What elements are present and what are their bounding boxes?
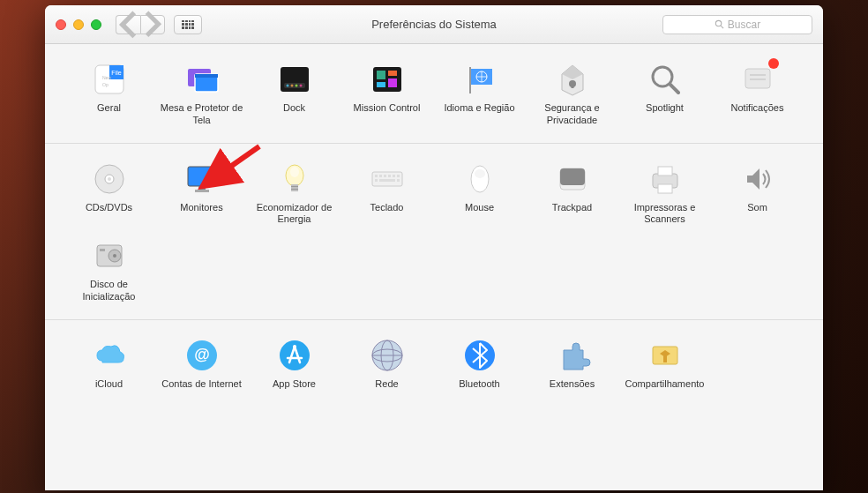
pref-mission-control[interactable]: Mission Control [340, 56, 433, 134]
svg-text:File: File [111, 70, 121, 76]
pref-sound[interactable]: Som [711, 156, 804, 234]
search-input[interactable]: Buscar [662, 15, 812, 34]
pref-geral[interactable]: FileNewOp Geral [63, 56, 155, 134]
svg-point-37 [290, 167, 299, 177]
svg-rect-20 [377, 82, 385, 87]
pref-notifications[interactable]: Notificações [711, 56, 804, 134]
pref-printers[interactable]: Impressoras e Scanners [618, 156, 711, 234]
navigation-buttons [116, 15, 165, 34]
pref-startup-disk[interactable]: Disco de Inicialização [63, 233, 155, 310]
bluetooth-icon [460, 336, 499, 375]
appstore-icon [275, 336, 314, 375]
search-icon [715, 19, 724, 29]
pref-extensions[interactable]: Extensões [526, 332, 618, 398]
svg-point-13 [290, 85, 293, 87]
svg-text:New: New [102, 75, 111, 80]
pref-bluetooth[interactable]: Bluetooth [433, 332, 526, 398]
displays-icon [183, 160, 221, 198]
svg-point-52 [475, 169, 485, 178]
pref-spotlight[interactable]: Spotlight [618, 56, 711, 134]
traffic-lights [56, 19, 101, 30]
svg-point-65 [293, 345, 296, 348]
extensions-icon [553, 336, 592, 375]
pref-label: Trackpad [552, 202, 592, 214]
general-icon: FileNewOp [90, 60, 129, 99]
svg-rect-46 [393, 175, 395, 177]
pref-mouse[interactable]: Mouse [433, 156, 526, 234]
grid-view-button[interactable] [174, 15, 202, 34]
pref-label: Contas de Internet [161, 378, 242, 391]
svg-text:Op: Op [102, 82, 108, 87]
pref-desktop[interactable]: Mesa e Protetor de Tela [155, 56, 248, 134]
icloud-icon [90, 336, 129, 375]
svg-rect-27 [745, 69, 770, 88]
svg-rect-40 [291, 189, 298, 190]
svg-rect-35 [195, 190, 209, 192]
svg-rect-48 [375, 179, 378, 182]
pref-internet-accounts[interactable]: @ Contas de Internet [155, 332, 248, 398]
search-placeholder: Buscar [728, 19, 760, 31]
pref-sharing[interactable]: Compartilhamento [618, 332, 711, 398]
pref-dock[interactable]: Dock [248, 56, 340, 134]
network-icon [368, 336, 407, 375]
sharing-icon [646, 336, 685, 375]
mission-control-icon [368, 60, 407, 99]
pref-label: Mouse [465, 202, 494, 214]
svg-rect-17 [377, 71, 385, 79]
pref-label: Impressoras e Scanners [621, 202, 709, 227]
pref-language[interactable]: Idioma e Região [433, 56, 526, 134]
printers-icon [646, 160, 685, 198]
svg-point-12 [286, 85, 288, 87]
pref-label: Spotlight [646, 102, 684, 115]
svg-rect-45 [388, 175, 391, 177]
back-button[interactable] [116, 15, 140, 34]
pref-label: Mission Control [354, 102, 421, 115]
pref-label: Dock [283, 102, 305, 115]
keyboard-icon [368, 160, 407, 198]
pref-label: App Store [273, 378, 316, 391]
pref-label: Mesa e Protetor de Tela [158, 102, 246, 127]
energy-icon [275, 160, 314, 198]
startup-disk-icon [90, 236, 129, 275]
pref-label: CDs/DVDs [86, 202, 132, 214]
disc-icon [90, 160, 129, 198]
pref-label: Economizador de Energia [251, 202, 339, 227]
pref-network[interactable]: Rede [340, 332, 433, 398]
svg-point-14 [295, 85, 297, 87]
trackpad-icon [553, 160, 592, 198]
svg-rect-9 [195, 74, 218, 78]
pref-appstore[interactable]: App Store [248, 332, 340, 398]
sound-icon [738, 160, 777, 198]
pref-icloud[interactable]: iCloud [63, 332, 155, 398]
close-button[interactable] [56, 19, 66, 30]
security-icon [553, 60, 592, 99]
notifications-icon [738, 60, 777, 99]
pref-discs[interactable]: CDs/DVDs [63, 156, 155, 234]
maximize-button[interactable] [91, 19, 101, 30]
forward-button[interactable] [140, 15, 165, 34]
svg-rect-33 [188, 167, 216, 186]
pref-displays[interactable]: Monitores [155, 156, 248, 234]
pref-label: Rede [375, 378, 398, 391]
svg-rect-24 [571, 84, 573, 88]
section-personal: FileNewOp Geral Mesa e Protetor de Tela … [45, 44, 823, 143]
dock-icon [275, 60, 314, 99]
svg-point-32 [108, 177, 111, 181]
svg-rect-34 [198, 186, 206, 190]
pref-security[interactable]: Segurança e Privacidade [526, 56, 618, 134]
svg-rect-49 [379, 179, 395, 182]
pref-label: Som [747, 202, 767, 214]
svg-point-15 [299, 85, 302, 87]
minimize-button[interactable] [73, 19, 84, 30]
svg-line-26 [670, 85, 678, 93]
pref-trackpad[interactable]: Trackpad [526, 156, 618, 234]
pref-label: iCloud [95, 378, 123, 391]
svg-rect-50 [397, 179, 400, 182]
desktop-icon [183, 60, 221, 99]
svg-rect-39 [291, 186, 298, 187]
mouse-icon [460, 160, 499, 198]
svg-rect-61 [100, 249, 105, 251]
svg-rect-47 [397, 175, 400, 177]
pref-energy[interactable]: Economizador de Energia [248, 156, 340, 234]
pref-keyboard[interactable]: Teclado [340, 156, 433, 234]
